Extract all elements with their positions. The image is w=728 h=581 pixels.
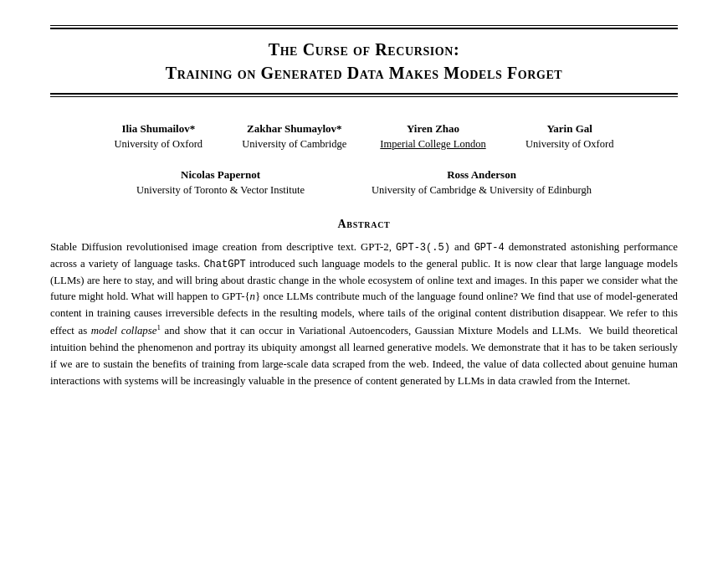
- page: The Curse of Recursion: Training on Gene…: [0, 0, 728, 581]
- abstract-title: Abstract: [50, 218, 678, 231]
- author-ross-name: Ross Anderson: [372, 167, 592, 183]
- author-zakhar-name: Zakhar Shumaylov*: [242, 121, 346, 137]
- author-nicolas-name: Nicolas Papernot: [136, 167, 305, 183]
- author-yarin-name: Yarin Gal: [520, 121, 620, 137]
- author-yarin: Yarin Gal University of Oxford: [520, 121, 620, 152]
- title-section: The Curse of Recursion: Training on Gene…: [50, 38, 678, 85]
- top-thick-rule: [50, 28, 678, 29]
- math-n: n: [250, 290, 255, 302]
- paper-title: The Curse of Recursion: Training on Gene…: [50, 38, 678, 85]
- author-ilia-affil: University of Oxford: [108, 137, 208, 152]
- author-nicolas: Nicolas Papernot University of Toronto &…: [136, 167, 305, 198]
- author-zakhar-affil: University of Cambridge: [242, 137, 346, 152]
- authors-row1: Ilia Shumailov* University of Oxford Zak…: [50, 121, 678, 152]
- author-ilia-name: Ilia Shumailov*: [108, 121, 208, 137]
- footnote-ref-1: 1: [156, 323, 161, 332]
- authors-row2: Nicolas Papernot University of Toronto &…: [50, 167, 678, 198]
- author-ilia: Ilia Shumailov* University of Oxford: [108, 121, 208, 152]
- bottom-thick-rule: [50, 93, 678, 95]
- title-line1: The Curse of Recursion:: [50, 38, 678, 61]
- title-line2: Training on Generated Data Makes Models …: [50, 61, 678, 85]
- author-yiren: Yiren Zhao Imperial College London: [380, 121, 485, 152]
- author-yiren-affil: Imperial College London: [380, 137, 485, 152]
- author-nicolas-affil: University of Toronto & Vector Institute: [136, 183, 305, 198]
- bottom-thin-rule: [50, 96, 678, 97]
- author-yiren-name: Yiren Zhao: [380, 121, 485, 137]
- inline-code-gpt3: GPT-3(.5): [396, 242, 450, 254]
- inline-code-gpt4: GPT-4: [474, 242, 505, 254]
- authors-section: Ilia Shumailov* University of Oxford Zak…: [50, 121, 678, 198]
- author-ross: Ross Anderson University of Cambridge & …: [372, 167, 592, 198]
- abstract-text: Stable Diffusion revolutionised image cr…: [50, 239, 678, 390]
- author-yarin-affil: University of Oxford: [520, 137, 620, 152]
- author-ross-affil: University of Cambridge & University of …: [372, 183, 592, 198]
- top-thin-rule: [50, 25, 678, 26]
- inline-code-chatgpt: ChatGPT: [203, 259, 245, 270]
- abstract-section: Abstract Stable Diffusion revolutionised…: [50, 218, 678, 390]
- model-collapse-term: model collapse: [91, 325, 157, 337]
- author-zakhar: Zakhar Shumaylov* University of Cambridg…: [242, 121, 346, 152]
